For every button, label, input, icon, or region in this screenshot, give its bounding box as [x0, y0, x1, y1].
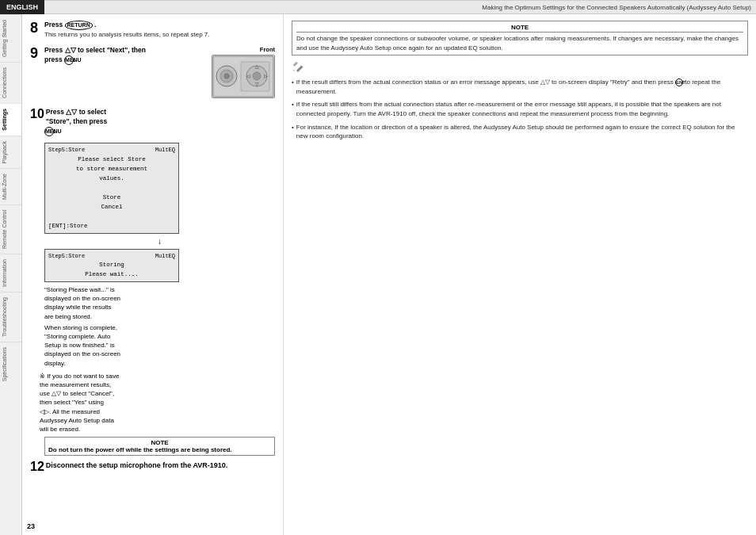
step-9: 9 Front	[30, 46, 275, 102]
svg-rect-13	[293, 62, 298, 67]
screen1-ent: [ENT]:Store	[48, 221, 175, 231]
screen1-spacer	[48, 183, 175, 193]
return-icon: RETURN	[65, 21, 93, 30]
step-9-main: Press △▽ to select "Next", then press ME…	[44, 46, 146, 63]
sidebar-item-remote-control[interactable]: Remote Control	[0, 204, 21, 254]
enter-button-icon: MENU	[64, 55, 74, 65]
svg-text:△: △	[255, 64, 259, 69]
screen1-title-left: Step5:Store	[48, 146, 85, 155]
main-note-title: NOTE	[296, 24, 743, 32]
bullet-note-2: • If the result still differs from the a…	[292, 100, 748, 118]
step10-note-text: Do not turn the power off while the sett…	[48, 446, 271, 453]
screen1-spacer2	[48, 212, 175, 221]
sidebar-item-multizone[interactable]: Multi-Zone	[0, 168, 21, 204]
sidebar-item-connections[interactable]: Connections	[0, 62, 21, 103]
step-12-content: Disconnect the setup microphone from the…	[44, 460, 275, 471]
front-panel-svg: △ ▽ ◁ ▷	[212, 55, 274, 97]
step-8-number: 8	[30, 21, 38, 35]
sidebar-item-settings[interactable]: Settings	[0, 103, 21, 136]
bullet-text-2: If the result still differs from the act…	[296, 100, 748, 118]
step-8: 8 Press RETURN . This returns you to ana…	[30, 21, 275, 40]
step10-note-box: NOTE Do not turn the power off while the…	[44, 437, 275, 456]
step-10-content: Press △▽ to select"Store", then pressMEN…	[44, 108, 275, 136]
svg-point-6	[253, 72, 261, 80]
step-12-main: Disconnect the setup microphone from the…	[46, 461, 228, 469]
step-8-content: Press RETURN . This returns you to analy…	[44, 21, 275, 40]
bullet-text-1: If the result differs from the actual co…	[296, 78, 748, 96]
svg-marker-12	[293, 70, 295, 71]
notes-column: NOTE Do not change the speaker connectio…	[284, 14, 756, 535]
main-note-box: NOTE Do not change the speaker connectio…	[292, 21, 748, 55]
screen1-store: Store	[48, 193, 175, 202]
front-panel: Front	[212, 46, 275, 99]
header-bar: ENGLISH Making the Optimum Settings for …	[0, 0, 756, 14]
sidebar-item-specifications[interactable]: Specifications	[0, 342, 21, 386]
step-10-subtext1: "Storing Please wait..." isdisplayed on …	[44, 285, 275, 321]
screen1-line2: to store measurement	[48, 164, 175, 174]
asterisk-note: ※ If you do not want to save the measure…	[40, 372, 275, 434]
step10-note-title: NOTE	[48, 439, 271, 446]
main-note-text: Do not change the speaker connections or…	[296, 34, 743, 52]
pencil-icon	[292, 60, 304, 73]
svg-text:◁: ◁	[246, 74, 250, 78]
screen-box-2: Step5:Store MultEQ Storing Please wait..…	[44, 249, 179, 283]
pencil-icon-area	[292, 60, 748, 75]
sidebar-item-information[interactable]: Information	[0, 254, 21, 292]
bullet-note-1: • If the result differs from the actual …	[292, 78, 748, 96]
step-8-sub: This returns you to analysis results ite…	[44, 31, 210, 38]
bullet-dot-3: •	[292, 123, 294, 141]
front-label: Front	[212, 46, 275, 55]
sidebar-item-getting-started[interactable]: Getting Started	[0, 14, 21, 62]
page-title: Making the Optimum Settings for the Conn…	[44, 0, 756, 14]
screen1-line1: Please select Store	[48, 155, 175, 164]
step-10: 10 Press △▽ to select"Store", then press…	[30, 108, 275, 136]
down-arrow: ↓	[44, 237, 275, 246]
screen-title-2: Step5:Store MultEQ	[48, 252, 175, 261]
step-10-subtext2: When storing is complete,"Storing comple…	[44, 323, 275, 368]
step-12-number: 12	[30, 460, 44, 473]
page-number: 23	[27, 522, 35, 530]
english-tab: ENGLISH	[0, 0, 44, 14]
bullet-text-3: For instance, If the location or directi…	[296, 123, 748, 141]
svg-text:▷: ▷	[264, 74, 268, 78]
step-12: 12 Disconnect the setup microphone from …	[30, 460, 275, 471]
step-9-number: 9	[30, 46, 38, 60]
screen-title-1: Step5:Store MultEQ	[48, 146, 175, 155]
screen-body-2: Storing Please wait....	[48, 260, 175, 279]
main-content: 8 Press RETURN . This returns you to ana…	[22, 14, 756, 535]
front-panel-box: △ ▽ ◁ ▷	[212, 55, 275, 98]
sidebar: Getting Started Connections Settings Pla…	[0, 14, 22, 535]
screen1-line3: values.	[48, 174, 175, 183]
bullet-notes: • If the result differs from the actual …	[292, 78, 748, 141]
step-8-main: Press RETURN .	[44, 21, 96, 29]
step-10-main: Press △▽ to select"Store", then pressMEN…	[44, 108, 107, 135]
screen2-line2: Please wait....	[48, 269, 175, 279]
svg-rect-11	[296, 66, 303, 72]
screen1-cancel: Cancel	[48, 202, 175, 212]
bullet-note-3: • For instance, If the location or direc…	[292, 123, 748, 141]
enter-button-icon-2: MENU	[44, 127, 54, 136]
screen-body-1: Please select Store to store measurement…	[48, 155, 175, 231]
enter-icon-inline: ENT	[675, 78, 683, 86]
bullet-dot-2: •	[292, 100, 294, 118]
step-10-number: 10	[30, 108, 44, 120]
screen1-title-right: MultEQ	[155, 146, 175, 155]
svg-point-3	[224, 74, 229, 78]
steps-column: 8 Press RETURN . This returns you to ana…	[22, 14, 284, 535]
sidebar-item-troubleshooting[interactable]: Troubleshooting	[0, 292, 21, 342]
screen2-title-right: MultEQ	[155, 252, 175, 261]
screen2-title-left: Step5:Store	[48, 252, 85, 261]
svg-text:▽: ▽	[255, 82, 259, 86]
screen2-line1: Storing	[48, 260, 175, 269]
screen-box-1: Step5:Store MultEQ Please select Store t…	[44, 143, 179, 234]
sidebar-item-playback[interactable]: Playback	[0, 136, 21, 168]
bullet-dot-1: •	[292, 78, 294, 96]
step-9-content: Front	[44, 46, 275, 65]
